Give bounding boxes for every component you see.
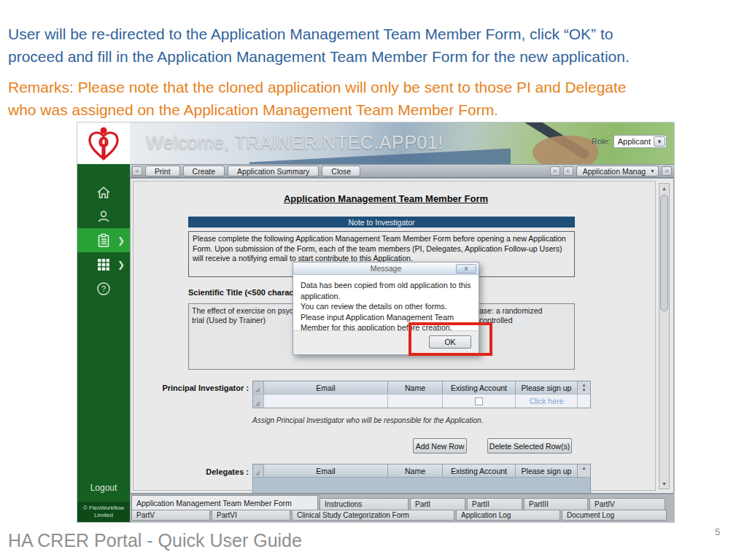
toolbar-back-button[interactable]: < xyxy=(132,166,142,176)
column-header-please-sign-up: Please sign up xyxy=(516,381,578,394)
column-header-existing-account: Existing Account xyxy=(443,381,516,394)
logout-button[interactable]: Logout xyxy=(77,483,130,493)
role-value: Applicant xyxy=(618,137,651,146)
remarks-line-1: Remarks: Please note that the cloned app… xyxy=(8,76,739,98)
header-banner: Welcome, TRAINER.NTEC.APP01! Role: Appli… xyxy=(130,122,674,164)
principal-investigator-label: Principal Investigator : xyxy=(132,384,249,392)
tab-application-log[interactable]: Application Log xyxy=(456,510,560,521)
tab-document-log[interactable]: Document Log xyxy=(562,510,667,521)
tab-row-2: PartV PartVI Clinical Study Categorizati… xyxy=(130,510,674,521)
scientific-title-text-right: ase: a randomized controlled xyxy=(479,306,574,325)
clipboard-icon xyxy=(96,233,112,249)
scroll-down-icon[interactable]: ▼ xyxy=(582,388,587,392)
toolbar-forward-button[interactable]: > xyxy=(550,166,560,176)
delegates-table-body xyxy=(253,477,590,493)
copyright-line-2: Limited xyxy=(77,512,130,519)
sidebar-item-modules[interactable]: ❯ xyxy=(77,252,130,276)
sidebar-item-help[interactable]: ? xyxy=(77,276,130,300)
slide: User will be re-directed to the Applicat… xyxy=(0,0,747,560)
form-title: Application Management Team Member Form xyxy=(131,193,641,204)
copyright-line-1: © FlexWorkflow xyxy=(77,505,130,512)
tab-part-iv[interactable]: PartIV xyxy=(589,498,665,510)
name-cell[interactable] xyxy=(388,394,443,408)
column-header-existing-account: Existing Account xyxy=(443,464,516,477)
form-content: Application Management Team Member Form … xyxy=(130,178,674,494)
scroll-up-icon[interactable]: ▲ xyxy=(659,184,669,193)
column-header-name: Name xyxy=(388,464,443,477)
red-annotation-box xyxy=(409,322,492,356)
role-select[interactable]: Applicant ▼ xyxy=(614,135,667,148)
tab-instructions[interactable]: Instructions xyxy=(320,498,409,510)
remarks-text: Remarks: Please note that the cloned app… xyxy=(8,76,739,121)
person-icon xyxy=(96,209,112,225)
sidebar: ❯ ❯ ? Logout © Fle xyxy=(77,164,130,522)
tab-row-1: Application Management Team Member Form … xyxy=(130,494,674,510)
column-header-email: Email xyxy=(264,464,388,477)
scroll-up-icon[interactable]: ▲ xyxy=(582,383,587,387)
dialog-title: Message xyxy=(293,264,479,273)
chevron-right-icon: ❯ xyxy=(117,260,125,270)
create-button[interactable]: Create xyxy=(183,166,225,176)
tab-part-ii[interactable]: PartII xyxy=(467,498,522,510)
click-here-link[interactable]: Click here xyxy=(530,397,564,405)
delegates-table: Email Name Existing Account Please sign … xyxy=(252,464,591,494)
sidebar-item-profile[interactable] xyxy=(77,204,130,228)
content-scrollbar[interactable]: ▲ ▼ xyxy=(659,183,670,489)
application-summary-button[interactable]: Application Summary xyxy=(228,166,319,176)
sign-up-cell: Click here xyxy=(516,394,578,408)
email-cell[interactable] xyxy=(264,394,388,408)
remarks-line-2: who was assigned on the Application Mana… xyxy=(8,98,739,121)
table-header-row: Email Name Existing Account Please sign … xyxy=(253,381,590,394)
dialog-title-bar: Message X xyxy=(293,262,479,275)
form-nav-next-button[interactable]: > xyxy=(662,166,672,176)
sidebar-item-home[interactable] xyxy=(77,180,130,204)
tab-part-v[interactable]: PartV xyxy=(131,510,210,521)
toolbar: < Print Create Application Summary Close… xyxy=(130,164,674,178)
print-button[interactable]: Print xyxy=(145,166,180,176)
close-button[interactable]: Close xyxy=(322,166,360,176)
scroll-down-icon[interactable]: ▼ xyxy=(659,479,669,489)
table-row: Click here xyxy=(253,394,590,408)
assign-pi-note: Assign Principal Investigator who will b… xyxy=(252,416,483,424)
column-header-please-sign-up: Please sign up xyxy=(516,464,578,477)
tab-part-iii[interactable]: PartIII xyxy=(524,498,588,510)
intro-line-2: proceed and fill in the Application Mana… xyxy=(8,45,739,68)
page-number: 5 xyxy=(715,526,720,537)
tab-part-i[interactable]: PartI xyxy=(410,498,465,510)
logo-box xyxy=(77,122,130,164)
sidebar-item-forms[interactable]: ❯ xyxy=(77,228,130,252)
form-select-value: Application Manag xyxy=(583,167,646,176)
dialog-line-1: Data has been copied from old applicatio… xyxy=(301,280,471,301)
chevron-down-icon[interactable]: ▼ xyxy=(654,136,665,147)
table-scrollbar[interactable]: ▲ ▼ xyxy=(578,381,590,394)
slide-footer-title: HA CRER Portal - Quick User Guide xyxy=(8,530,302,551)
scroll-up-icon[interactable]: ▲ xyxy=(582,466,587,470)
tab-app-mgmt-team-member-form[interactable]: Application Management Team Member Form xyxy=(131,495,318,510)
close-icon[interactable]: X xyxy=(456,264,476,273)
form-tab-bar: Application Management Team Member Form … xyxy=(130,494,674,522)
column-header-email: Email xyxy=(264,381,388,394)
table-scrollbar[interactable]: ▲ xyxy=(578,464,590,477)
existing-account-checkbox[interactable] xyxy=(475,397,483,405)
welcome-text: Welcome, TRAINER.NTEC.APP01! xyxy=(146,132,444,153)
dialog-line-2: You can review the details on other form… xyxy=(301,301,471,312)
chevron-right-icon: ❯ xyxy=(117,236,125,246)
existing-account-cell xyxy=(443,394,516,408)
form-select-dropdown[interactable]: Application Manag ▼ xyxy=(576,166,659,176)
delete-selected-rows-button[interactable]: Delete Selected Row(s) xyxy=(487,438,572,454)
banner-hand-decor xyxy=(533,136,598,164)
column-header-name: Name xyxy=(388,381,443,394)
help-icon: ? xyxy=(96,281,112,297)
tab-part-vi[interactable]: PartVI xyxy=(212,510,290,521)
row-selector-cell[interactable] xyxy=(253,381,264,394)
hospital-authority-logo xyxy=(88,127,120,160)
home-icon xyxy=(96,184,112,201)
form-nav-prev-button[interactable]: < xyxy=(563,166,573,176)
tab-clinical-study-categorization[interactable]: Clinical Study Categorization Form xyxy=(292,510,454,521)
scrollbar-thumb[interactable] xyxy=(660,195,668,311)
row-selector-cell[interactable] xyxy=(253,464,264,477)
add-new-row-button[interactable]: Add New Row xyxy=(413,438,467,454)
principal-investigator-table: Email Name Existing Account Please sign … xyxy=(252,381,591,408)
row-selector-cell[interactable] xyxy=(253,394,264,408)
role-label: Role: xyxy=(592,137,611,146)
